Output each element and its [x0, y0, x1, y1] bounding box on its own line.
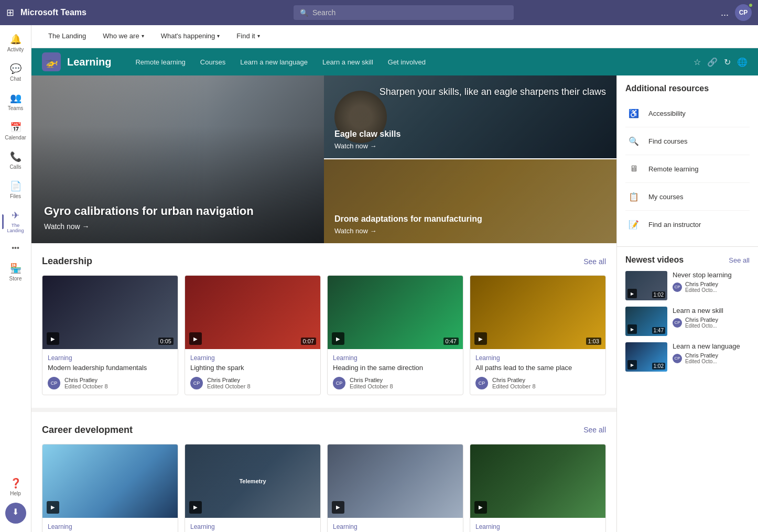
- sidebar-item-activity[interactable]: 🔔 Activity: [2, 29, 29, 57]
- video-card-2[interactable]: ▶ 0:47 Learning Heading in the same dire…: [327, 275, 463, 395]
- leadership-section: Leadership See all ▶ 0:05 Lear: [31, 243, 616, 408]
- subnav-item-who-we-are[interactable]: Who we are ▾: [94, 25, 152, 48]
- play-icon: ▶: [189, 501, 202, 514]
- chat-icon: 💬: [10, 63, 21, 74]
- right-sidebar: Additional resources ♿ Accessibility 🔍 F…: [616, 75, 758, 532]
- hero-left-watch[interactable]: Watch now →: [44, 222, 311, 231]
- ar-label-find-instructor: Find an instructor: [648, 221, 701, 229]
- nv-item-2[interactable]: ▶ 1:02 Learn a new language CP Chris Pra…: [625, 342, 750, 372]
- bookmark-icon[interactable]: ☆: [694, 57, 701, 67]
- nv-item-1[interactable]: ▶ 1:47 Learn a new skill CP Chris Pratle…: [625, 307, 750, 336]
- career-video-card-2[interactable]: ▶ Learning: [327, 444, 463, 532]
- sidebar-item-the-landing[interactable]: ✈ The Landing: [2, 205, 29, 237]
- sidebar-item-more[interactable]: •••: [2, 240, 29, 256]
- career-see-all[interactable]: See all: [583, 426, 606, 434]
- nv-video-title-1: Learn a new skill: [673, 307, 750, 314]
- career-development-section: Career development See all ▶ Learning: [31, 412, 616, 532]
- ar-item-my-courses[interactable]: 📋 My courses: [625, 183, 750, 211]
- leadership-see-all[interactable]: See all: [583, 257, 606, 266]
- store-icon: 🏪: [10, 263, 21, 274]
- sidebar-item-calls[interactable]: 📞 Calls: [2, 147, 29, 174]
- nv-video-title-0: Never stop learning: [673, 271, 750, 279]
- sidebar-item-teams[interactable]: 👥 Teams: [2, 88, 29, 115]
- learning-nav: Remote learning Courses Learn a new lang…: [128, 48, 694, 75]
- author-edited-2: Edited October 8: [350, 383, 393, 389]
- help-icon: ❓: [10, 477, 21, 489]
- sidebar-item-files[interactable]: 📄 Files: [2, 176, 29, 203]
- app-title: Microsoft Teams: [20, 8, 86, 17]
- newest-videos-see-all[interactable]: See all: [729, 256, 750, 264]
- career-video-card-0[interactable]: ▶ Learning: [42, 444, 178, 532]
- video-card-0[interactable]: ▶ 0:05 Learning Modern leadership fundam…: [42, 275, 178, 395]
- career-section-title: Career development: [42, 425, 133, 436]
- subnav-item-whats-happening[interactable]: What's happening ▾: [153, 25, 229, 48]
- video-card-3[interactable]: ▶ 1:03 Learning All paths lead to the sa…: [470, 275, 606, 395]
- author-edited-1: Edited October 8: [207, 383, 251, 389]
- video-category-0: Learning: [48, 354, 172, 362]
- author-name-1: Chris Pratley: [207, 377, 251, 383]
- ar-label-my-courses: My courses: [648, 193, 683, 201]
- avatar[interactable]: CP: [735, 4, 752, 21]
- career-category-0: Learning: [48, 523, 172, 530]
- share-icon[interactable]: 🔗: [707, 57, 718, 67]
- video-category-2: Learning: [333, 354, 458, 362]
- leadership-video-grid: ▶ 0:05 Learning Modern leadership fundam…: [42, 275, 606, 395]
- nv-author-edited-1: Edited Octo...: [685, 323, 718, 329]
- sidebar-item-calendar[interactable]: 📅 Calendar: [2, 117, 29, 145]
- hero-bottom-right[interactable]: Drone adaptations for manufacturing Watc…: [324, 159, 616, 243]
- ar-item-accessibility[interactable]: ♿ Accessibility: [625, 100, 750, 127]
- newest-videos-header: Newest videos See all: [625, 255, 750, 265]
- play-icon: ▶: [332, 332, 344, 345]
- refresh-icon[interactable]: ↻: [724, 57, 731, 67]
- nv-item-0[interactable]: ▶ 1:02 Never stop learning CP Chris Prat…: [625, 271, 750, 300]
- top-bar: ⊞ Microsoft Teams 🔍 Search ... CP: [0, 0, 758, 25]
- author-edited-0: Edited October 8: [64, 383, 108, 389]
- page-scroll: Gyro calibrations for urban navigation W…: [31, 75, 758, 532]
- sidebar-item-download[interactable]: ⬇: [5, 503, 26, 524]
- hero-top-right-headline: Sharpen your skills, like an eagle sharp…: [380, 86, 606, 98]
- subnav-item-the-landing[interactable]: The Landing: [40, 25, 94, 48]
- ar-item-find-instructor[interactable]: 📝 Find an instructor: [625, 211, 750, 238]
- more-options-icon[interactable]: ...: [721, 7, 729, 18]
- sidebar-item-help[interactable]: ❓ Help: [2, 473, 29, 501]
- author-edited-3: Edited October 8: [492, 383, 536, 389]
- globe-icon[interactable]: 🌐: [737, 57, 748, 67]
- hero-bottom-right-watch[interactable]: Watch now →: [334, 227, 606, 235]
- grid-icon[interactable]: ⊞: [6, 7, 14, 18]
- career-video-card-3[interactable]: ▶ Learning: [470, 444, 606, 532]
- sidebar-item-store[interactable]: 🏪 Store: [2, 258, 29, 286]
- author-avatar-0: CP: [48, 377, 60, 389]
- career-category-3: Learning: [475, 523, 600, 530]
- main-content: Gyro calibrations for urban navigation W…: [31, 75, 616, 532]
- play-icon: ▶: [47, 501, 59, 514]
- sidebar-label-the-landing: The Landing: [5, 223, 26, 233]
- sub-nav: The Landing Who we are ▾ What's happenin…: [31, 25, 758, 48]
- search-bar[interactable]: 🔍 Search: [294, 5, 514, 20]
- video-card-1[interactable]: ▶ 0:07 Learning Lighting the spark CP Ch…: [185, 275, 321, 395]
- hero-bottom-right-title: Drone adaptations for manufacturing: [334, 214, 606, 224]
- nv-author-name-1: Chris Pratley: [685, 317, 718, 323]
- newest-videos-panel: Newest videos See all ▶ 1:02 Never stop …: [617, 247, 758, 386]
- hero-left[interactable]: Gyro calibrations for urban navigation W…: [31, 75, 324, 243]
- career-video-card-1[interactable]: Telemetry ▶ Learning: [185, 444, 321, 532]
- hero-top-right-watch[interactable]: Watch now →: [334, 142, 606, 150]
- ar-label-accessibility: Accessibility: [648, 110, 686, 117]
- hero-top-right[interactable]: Eagle claw skills Watch now → Sharpen yo…: [324, 75, 616, 159]
- leadership-section-title: Leadership: [42, 256, 92, 267]
- sidebar-label-calendar: Calendar: [5, 135, 26, 140]
- learning-nav-language[interactable]: Learn a new language: [233, 48, 315, 75]
- calls-icon: 📞: [10, 151, 21, 162]
- learning-nav-get-involved[interactable]: Get involved: [381, 48, 433, 75]
- ar-item-remote-learning[interactable]: 🖥 Remote learning: [625, 155, 750, 183]
- teams-icon: 👥: [10, 92, 21, 104]
- ar-item-find-courses[interactable]: 🔍 Find courses: [625, 127, 750, 155]
- learning-nav-skill[interactable]: Learn a new skill: [315, 48, 381, 75]
- subnav-item-find-it[interactable]: Find it ▾: [228, 25, 268, 48]
- learning-nav-remote-learning[interactable]: Remote learning: [128, 48, 192, 75]
- sidebar-item-chat[interactable]: 💬 Chat: [2, 59, 29, 86]
- nv-author-edited-0: Edited Octo...: [685, 287, 718, 293]
- nv-author-avatar-0: CP: [673, 283, 682, 292]
- nv-duration-1: 1:47: [652, 327, 665, 334]
- learning-nav-courses[interactable]: Courses: [193, 48, 233, 75]
- nv-author-name-0: Chris Pratley: [685, 281, 718, 287]
